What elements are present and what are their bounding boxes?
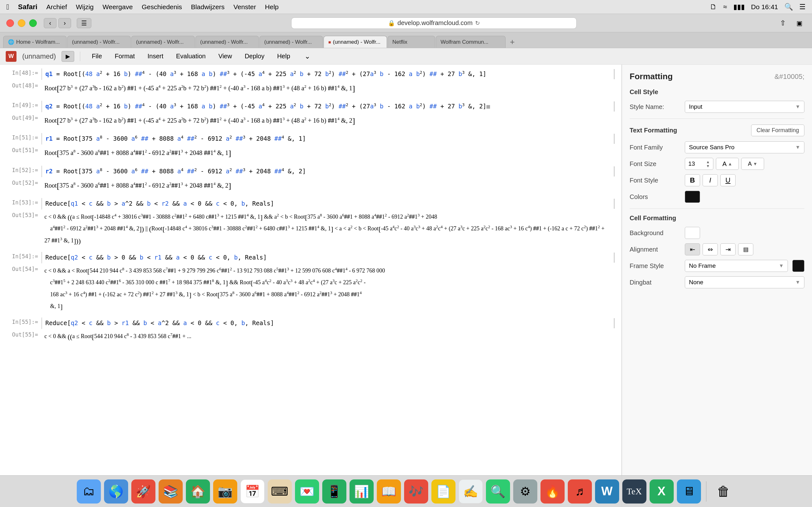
dock-icon-itunes[interactable]: ♬ — [568, 480, 592, 504]
cell-body-in48[interactable]: q1 = Root[(48 a2 + 16 b) ##4 - (40 a3 + … — [41, 68, 612, 80]
menu-deploy[interactable]: Deploy — [239, 51, 270, 62]
url-bar[interactable]: 🔒 develop.wolframcloud.com ↻ — [291, 17, 577, 29]
new-tab-button[interactable]: ▣ — [793, 18, 806, 28]
browser-tabs: 🌐 Home - Wolfram... (unnamed) - Wolfr...… — [0, 32, 812, 48]
dock-icon-calendar[interactable]: 📅 — [241, 480, 264, 504]
forward-button[interactable]: › — [58, 18, 71, 28]
dock-icon-ibooks[interactable]: 📖 — [377, 480, 401, 504]
more-button[interactable]: ⌄ — [302, 52, 313, 61]
font-size-down-arrow-icon[interactable]: ▼ — [706, 164, 710, 168]
cell-formatting-title: Cell Formatting — [629, 215, 804, 222]
frame-color-swatch[interactable] — [792, 260, 804, 272]
dock-icon-preview[interactable]: 🖥 — [677, 480, 701, 504]
dock-icon-finder[interactable]: 🗂 — [77, 480, 101, 504]
dock-icon-matlab[interactable]: 🔥 — [541, 480, 565, 504]
italic-button[interactable]: I — [703, 174, 718, 186]
dock-icon-trash[interactable]: 🗑 — [711, 480, 735, 504]
dock-icon-pencil[interactable]: ✍ — [459, 480, 483, 504]
tab-home[interactable]: 🌐 Home - Wolfram... — [3, 36, 67, 48]
menu-weergave[interactable]: Weergave — [102, 3, 133, 11]
search-icon[interactable]: 🔍 — [784, 3, 793, 11]
align-right-button[interactable]: ⇥ — [720, 243, 735, 256]
cell-body-in51[interactable]: r1 = Root[375 a8 - 3600 a6 ## + 8088 a4 … — [41, 133, 612, 145]
minimize-button[interactable] — [18, 19, 26, 27]
font-family-dropdown[interactable]: Source Sans Pro ▼ — [685, 141, 804, 153]
font-size-box[interactable]: 13 ▲ ▼ — [685, 158, 713, 170]
frame-style-dropdown[interactable]: No Frame ▼ — [685, 260, 788, 272]
panel-header: Formatting &#10005; — [629, 72, 804, 81]
menu-insert[interactable]: Insert — [142, 51, 169, 62]
tab-unnamed-4[interactable]: (unnamed) - Wolfr... — [259, 36, 323, 48]
menu-file[interactable]: File — [86, 51, 107, 62]
dock-icon-phone[interactable]: 📱 — [322, 480, 346, 504]
dingbat-dropdown[interactable]: None ▼ — [685, 276, 804, 288]
menu-wijzig[interactable]: Wijzig — [76, 3, 94, 11]
font-style-label: Font Style — [629, 177, 680, 184]
cell-body-in49[interactable]: q2 = Root[(48 a2 + 16 b) ##4 - (40 a3 + … — [41, 101, 612, 112]
tab-netflix[interactable]: Netflix — [388, 36, 435, 48]
back-button[interactable]: ‹ — [44, 18, 56, 28]
dock-icon-keynote[interactable]: ⌨ — [268, 480, 292, 504]
dock-icon-launchpad[interactable]: 🚀 — [131, 480, 155, 504]
cell-body-in54[interactable]: Reduce[q2 < c && b > 0 && b < r1 && a < … — [41, 252, 612, 263]
panel-close-button[interactable]: &#10005; — [774, 72, 804, 81]
tab-active[interactable]: ■ (unnamed) - Wolfr... — [323, 36, 387, 48]
export-button[interactable]: ▶ — [61, 51, 74, 62]
dock-icon-messages[interactable]: 💌 — [295, 480, 319, 504]
menu-bladwijzers[interactable]: Bladwijzers — [191, 3, 224, 11]
dock-icon-sysprefs[interactable]: ⚙ — [513, 480, 537, 504]
menu-format[interactable]: Format — [109, 51, 141, 62]
titlebar: ‹ › ☰ 🔒 develop.wolframcloud.com ↻ ⇧ ▣ — [0, 14, 812, 32]
cell-body-out49: Root[27 b3 + (27 a3b - 162 a b2) ##1 + (… — [41, 113, 612, 129]
close-button[interactable] — [6, 19, 14, 27]
align-justify-button[interactable]: ▤ — [738, 243, 753, 256]
cell-body-in53[interactable]: Reduce[q1 < c && b > a^2 && b < r2 && a … — [41, 198, 612, 210]
menu-view[interactable]: View — [212, 51, 238, 62]
maximize-button[interactable] — [29, 19, 37, 27]
tab-unnamed-1[interactable]: (unnamed) - Wolfr... — [67, 36, 131, 48]
align-left-button[interactable]: ⇤ — [685, 243, 700, 256]
dock-icon-photos[interactable]: 📷 — [213, 480, 237, 504]
dock-icon-excel[interactable]: X — [650, 480, 674, 504]
clear-formatting-button[interactable]: Clear Formatting — [751, 124, 804, 136]
dock-icon-music[interactable]: 🎶 — [404, 480, 428, 504]
apple-menu[interactable]:  — [6, 3, 9, 11]
tab-wolfram-community[interactable]: Wolfram Commun... — [436, 36, 506, 48]
dock-icon-safari[interactable]: 🌎 — [104, 480, 128, 504]
tab-unnamed-3[interactable]: (unnamed) - Wolfr... — [195, 36, 259, 48]
dock-icon-maps[interactable]: 🔍 — [486, 480, 510, 504]
alignment-row: Alignment ⇤ ⇔ ⇥ ▤ — [629, 243, 804, 256]
dock-icon-home[interactable]: 🏠 — [186, 480, 210, 504]
cell-body-in55[interactable]: Reduce[q2 < c && b > r1 && b < a^2 && a … — [41, 318, 612, 329]
dock-icon-numbers[interactable]: 📊 — [350, 480, 374, 504]
reload-icon[interactable]: ↻ — [475, 20, 480, 26]
dock-icon-word[interactable]: W — [595, 480, 619, 504]
bold-button[interactable]: B — [685, 174, 700, 186]
menu-icon[interactable]: ☰ — [799, 3, 806, 11]
dock-icon-tex[interactable]: TeX — [622, 480, 647, 504]
sidebar-toggle-button[interactable]: ☰ — [77, 18, 91, 28]
new-tab-button[interactable]: + — [506, 36, 518, 48]
background-swatch[interactable] — [685, 227, 700, 239]
decrease-font-size-button[interactable]: A▼ — [741, 158, 764, 170]
menu-help[interactable]: Help — [271, 51, 296, 62]
menu-help[interactable]: Help — [265, 3, 278, 11]
menu-venster[interactable]: Venster — [234, 3, 256, 11]
align-center-button[interactable]: ⇔ — [703, 243, 718, 256]
style-name-dropdown[interactable]: Input ▼ — [685, 101, 804, 113]
cell-bracket-out51 — [612, 146, 621, 161]
underline-button[interactable]: U — [720, 174, 735, 186]
menu-evaluation[interactable]: Evaluation — [170, 51, 211, 62]
dock-icon-notes[interactable]: 📄 — [432, 480, 455, 504]
share-button[interactable]: ⇧ — [776, 18, 789, 28]
color-swatch[interactable] — [685, 191, 700, 203]
font-size-up-arrow-icon[interactable]: ▲ — [706, 160, 710, 164]
tab-unnamed-2[interactable]: (unnamed) - Wolfr... — [131, 36, 195, 48]
font-size-arrows[interactable]: ▲ ▼ — [706, 160, 710, 168]
increase-font-size-button[interactable]: A▲ — [716, 158, 739, 170]
menu-archief[interactable]: Archief — [46, 3, 67, 11]
cell-body-in52[interactable]: r2 = Root[375 a8 - 3600 a6 ## + 8088 a4 … — [41, 166, 612, 177]
dock-icon-books[interactable]: 📚 — [159, 480, 183, 504]
app-name[interactable]: Safari — [18, 3, 38, 11]
menu-geschiedenis[interactable]: Geschiedenis — [142, 3, 182, 11]
